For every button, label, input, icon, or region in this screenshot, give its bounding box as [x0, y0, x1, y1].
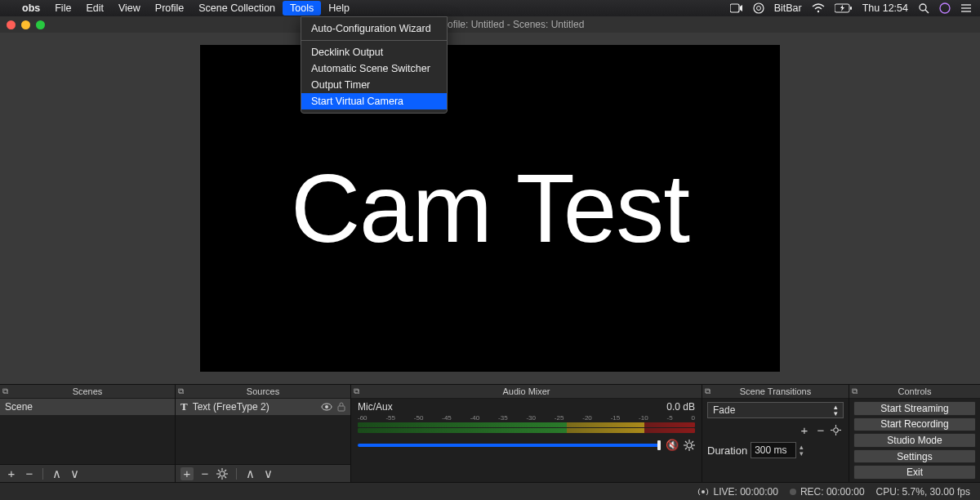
- audio-db-value: 0.0 dB: [666, 401, 695, 413]
- svg-point-24: [687, 443, 692, 448]
- menu-item-auto-config[interactable]: Auto-Configuration Wizard: [301, 20, 447, 37]
- remove-source-button[interactable]: −: [198, 467, 212, 480]
- menu-item-decklink[interactable]: Decklink Output: [301, 44, 447, 60]
- svg-point-13: [325, 405, 328, 408]
- studio-mode-button[interactable]: Studio Mode: [853, 433, 976, 448]
- add-source-button[interactable]: +: [180, 467, 194, 480]
- svg-rect-14: [338, 406, 345, 411]
- move-source-up-button[interactable]: ∧: [243, 467, 256, 481]
- svg-point-1: [754, 3, 764, 13]
- svg-rect-0: [730, 4, 739, 12]
- bitbar-menulet[interactable]: BitBar: [774, 2, 802, 14]
- source-name: Text (FreeType 2): [193, 401, 270, 413]
- separator: [42, 468, 43, 480]
- svg-line-30: [692, 448, 693, 449]
- controls-panel: ⧉ Controls Start Streaming Start Recordi…: [849, 385, 980, 482]
- program-preview[interactable]: Cam Test: [200, 45, 780, 372]
- detach-icon[interactable]: ⧉: [2, 386, 8, 396]
- add-transition-button[interactable]: +: [798, 423, 811, 437]
- scene-list-item[interactable]: Scene: [0, 399, 175, 415]
- lock-toggle-icon[interactable]: [337, 402, 345, 412]
- audio-meter-right: [358, 428, 695, 433]
- preview-workspace: Cam Test: [0, 33, 980, 384]
- svg-line-31: [692, 441, 693, 443]
- svg-point-3: [817, 11, 819, 12]
- detach-icon[interactable]: ⧉: [354, 386, 359, 396]
- mute-button-icon[interactable]: 🔇: [666, 439, 679, 451]
- window-close-button[interactable]: [7, 20, 16, 29]
- preview-text-source: Cam Test: [291, 153, 689, 264]
- wifi-icon[interactable]: [812, 3, 825, 13]
- audio-settings-button[interactable]: [684, 440, 695, 451]
- menu-file[interactable]: File: [47, 1, 78, 16]
- scenes-panel: ⧉ Scenes Scene + − ∧ ∨: [0, 385, 176, 482]
- menu-edit[interactable]: Edit: [78, 1, 111, 16]
- svg-line-7: [925, 10, 929, 13]
- transition-select[interactable]: Fade ▴▾: [707, 402, 844, 418]
- menu-view[interactable]: View: [111, 1, 148, 16]
- broadcast-icon: [697, 486, 709, 498]
- meter-scale: -60-55-50-45-40-35-30-25-20-15-10-50: [358, 414, 695, 422]
- app-menu[interactable]: obs: [15, 1, 47, 16]
- window-titlebar: 3 (mac) - Profile: Untitled - Scenes: Un…: [0, 16, 980, 33]
- start-recording-button[interactable]: Start Recording: [853, 417, 976, 432]
- tools-dropdown: Auto-Configuration Wizard Decklink Outpu…: [301, 16, 448, 114]
- menu-item-scene-switcher[interactable]: Automatic Scene Switcher: [301, 60, 447, 77]
- transition-properties-button[interactable]: [831, 425, 844, 435]
- svg-point-38: [702, 490, 705, 493]
- window-zoom-button[interactable]: [36, 20, 45, 29]
- detach-icon[interactable]: ⧉: [852, 386, 858, 396]
- spotlight-icon[interactable]: [918, 2, 929, 14]
- docks-row: ⧉ Scenes Scene + − ∧ ∨ ⧉ Sources T Text …: [0, 384, 980, 482]
- settings-button[interactable]: Settings: [853, 449, 976, 464]
- menu-profile[interactable]: Profile: [148, 1, 191, 16]
- remove-transition-button[interactable]: −: [814, 423, 827, 437]
- svg-point-33: [834, 428, 839, 433]
- rec-status-text: REC: 00:00:00: [800, 486, 865, 498]
- add-scene-button[interactable]: +: [5, 467, 18, 480]
- menu-scene-collection[interactable]: Scene Collection: [191, 1, 283, 16]
- move-scene-down-button[interactable]: ∨: [68, 467, 81, 481]
- clock[interactable]: Thu 12:54: [862, 2, 908, 14]
- text-source-icon: T: [180, 400, 188, 413]
- scene-name: Scene: [5, 401, 33, 413]
- transition-selected-value: Fade: [713, 404, 735, 416]
- battery-icon[interactable]: [835, 3, 853, 13]
- duration-input[interactable]: 300 ms: [751, 442, 796, 458]
- visibility-toggle-icon[interactable]: [321, 403, 332, 411]
- controls-title: Controls: [898, 386, 932, 396]
- svg-point-6: [920, 4, 926, 11]
- source-list-item[interactable]: T Text (FreeType 2): [176, 399, 350, 415]
- svg-line-32: [685, 448, 687, 449]
- detach-icon[interactable]: ⧉: [705, 386, 710, 396]
- audio-mixer-panel: ⧉ Audio Mixer Mic/Aux 0.0 dB -60-55-50-4…: [351, 385, 702, 482]
- remove-scene-button[interactable]: −: [23, 467, 36, 480]
- duration-label: Duration: [707, 444, 747, 457]
- menu-help[interactable]: Help: [321, 1, 357, 16]
- window-minimize-button[interactable]: [21, 20, 30, 29]
- svg-line-23: [218, 476, 220, 478]
- sources-panel: ⧉ Sources T Text (FreeType 2) + − ∧: [176, 385, 351, 482]
- source-properties-button[interactable]: [216, 468, 229, 480]
- detach-icon[interactable]: ⧉: [178, 386, 184, 396]
- menu-separator: [301, 40, 447, 41]
- stepper-icon[interactable]: ▴▾: [800, 444, 804, 457]
- start-streaming-button[interactable]: Start Streaming: [853, 401, 976, 416]
- mixer-title: Audio Mixer: [502, 386, 550, 396]
- facetime-icon[interactable]: [730, 3, 743, 13]
- exit-button[interactable]: Exit: [853, 465, 976, 480]
- move-source-down-button[interactable]: ∨: [261, 467, 274, 481]
- notification-center-icon[interactable]: [960, 3, 972, 13]
- menu-tools[interactable]: Tools: [283, 1, 321, 16]
- siri-icon[interactable]: [939, 2, 951, 14]
- svg-line-21: [225, 476, 226, 478]
- menu-item-start-virtual-camera[interactable]: Start Virtual Camera: [301, 93, 447, 109]
- volume-slider[interactable]: [358, 444, 661, 447]
- scene-transitions-panel: ⧉ Scene Transitions Fade ▴▾ + − Duration: [702, 385, 849, 482]
- svg-point-8: [940, 3, 950, 13]
- menu-item-output-timer[interactable]: Output Timer: [301, 77, 447, 93]
- live-status-text: LIVE: 00:00:00: [713, 486, 777, 498]
- svg-line-22: [225, 470, 226, 471]
- obs-tray-icon[interactable]: [753, 2, 764, 14]
- move-scene-up-button[interactable]: ∧: [50, 467, 63, 481]
